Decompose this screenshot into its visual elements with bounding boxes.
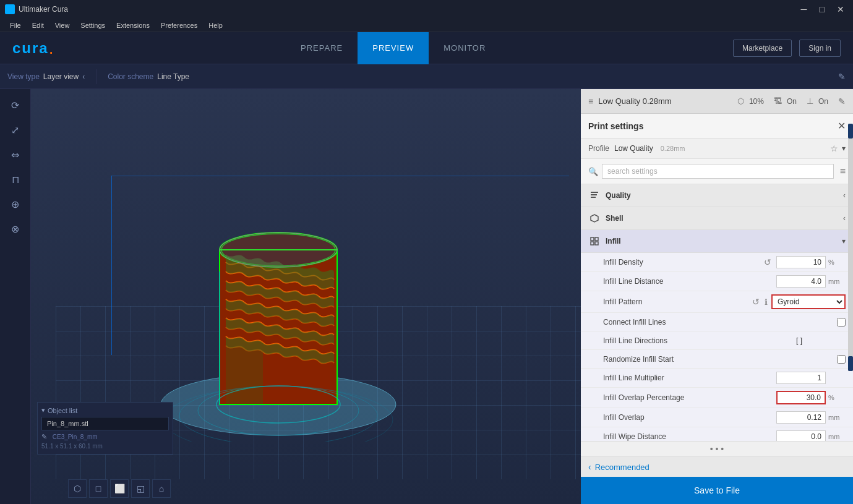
scrollbar-thumb-bottom[interactable] bbox=[848, 356, 853, 371]
infill-overlap-percentage-input[interactable] bbox=[776, 391, 826, 404]
profile-dropdown-button[interactable]: ▾ bbox=[842, 144, 846, 153]
object-filename: Pin_8_mm.stl bbox=[47, 420, 88, 427]
quality-label: Quality bbox=[606, 191, 838, 200]
logo-dot: . bbox=[49, 38, 54, 58]
infill-density-input[interactable] bbox=[776, 256, 826, 268]
category-shell[interactable]: Shell ‹ bbox=[581, 207, 853, 230]
object-list-panel: ▾ Object list Pin_8_mm.stl ✎ CE3_Pin_8_m… bbox=[37, 402, 173, 455]
tool-support[interactable]: ⊓ bbox=[4, 168, 27, 190]
infill-pattern-info-icon[interactable]: ℹ bbox=[765, 297, 768, 307]
infill-density-reset[interactable]: ↺ bbox=[764, 257, 771, 267]
infill-line-distance-input[interactable] bbox=[776, 275, 826, 288]
profile-row-right: ☆ ▾ bbox=[830, 143, 846, 153]
infill-wipe-distance-input[interactable] bbox=[776, 430, 826, 441]
infill-line-distance-label: Infill Line Distance bbox=[598, 277, 776, 286]
menu-view[interactable]: View bbox=[50, 20, 75, 30]
menu-extensions[interactable]: Extensions bbox=[111, 20, 155, 30]
infill-overlap-percentage-row: Infill Overlap Percentage % bbox=[581, 388, 853, 408]
infill-line-multiplier-input[interactable] bbox=[776, 372, 826, 384]
menu-file[interactable]: File bbox=[5, 20, 26, 30]
profile-name: Low Quality 0.28mm bbox=[598, 96, 672, 106]
tune-button[interactable]: ✎ bbox=[838, 96, 846, 106]
viewport-line bbox=[111, 176, 112, 355]
object-list-header[interactable]: ▾ Object list bbox=[41, 406, 169, 414]
infill-pattern-select[interactable]: Grid Lines Triangles Tri-Hexagon Cubic C… bbox=[771, 294, 846, 309]
infill-line-distance-value-container: mm bbox=[776, 275, 846, 288]
infill-pattern-row: Infill Pattern ↺ ℹ Grid Lines Triangles … bbox=[581, 291, 853, 313]
search-icon: 🔍 bbox=[588, 167, 598, 176]
top-navigation: cura. PREPARE PREVIEW MONITOR Marketplac… bbox=[0, 32, 853, 64]
app-logo: cura. bbox=[12, 38, 53, 58]
window-controls: ─ □ ✕ bbox=[797, 3, 848, 15]
restore-button[interactable]: □ bbox=[816, 3, 828, 15]
scrollbar-thumb-top[interactable] bbox=[848, 124, 853, 139]
marketplace-button[interactable]: Marketplace bbox=[733, 40, 792, 57]
search-bar: 🔍 ≡ bbox=[581, 159, 853, 184]
scrollbar-track bbox=[848, 124, 853, 371]
connect-infill-lines-label: Connect Infill Lines bbox=[598, 318, 837, 327]
view-type-arrow[interactable]: ‹ bbox=[82, 72, 85, 81]
close-settings-button[interactable]: ✕ bbox=[838, 120, 846, 132]
tab-prepare[interactable]: PREPARE bbox=[286, 32, 358, 64]
left-sidebar: ⟳ ⤢ ⇔ ⊓ ⊕ ⊗ bbox=[0, 89, 31, 504]
infill-pattern-value-container: ↺ ℹ Grid Lines Triangles Tri-Hexagon Cub… bbox=[752, 294, 846, 309]
close-button[interactable]: ✕ bbox=[833, 3, 848, 15]
more-settings-dots[interactable]: • • • bbox=[581, 441, 853, 456]
tool-mirror[interactable]: ⇔ bbox=[4, 143, 27, 166]
tool-scale[interactable]: ⤢ bbox=[4, 119, 27, 141]
tool-side[interactable]: ⬜ bbox=[110, 479, 129, 498]
infill-density-label: Infill Density bbox=[598, 258, 764, 267]
infill-density-value-container: ↺ % bbox=[764, 256, 846, 268]
tab-preview[interactable]: PREVIEW bbox=[358, 32, 429, 64]
object-list-item[interactable]: Pin_8_mm.stl bbox=[41, 417, 169, 430]
infill-line-distance-row: Infill Line Distance mm bbox=[581, 272, 853, 291]
settings-menu-button[interactable]: ≡ bbox=[840, 166, 846, 177]
menu-preferences[interactable]: Preferences bbox=[156, 20, 202, 30]
tool-rotate[interactable]: ⟳ bbox=[4, 94, 27, 116]
recommended-label[interactable]: Recommended bbox=[595, 463, 649, 472]
support-icon: 🏗 bbox=[774, 96, 782, 106]
tool-home[interactable]: ⌂ bbox=[152, 479, 171, 498]
view-type-value: Layer view bbox=[43, 72, 79, 81]
app-title: Ultimaker Cura bbox=[19, 5, 68, 14]
search-input[interactable] bbox=[602, 164, 834, 179]
tool-seam[interactable]: ⊗ bbox=[4, 218, 27, 240]
profile-row-sub: 0.28mm bbox=[661, 145, 685, 152]
menu-settings[interactable]: Settings bbox=[75, 20, 110, 30]
minimize-button[interactable]: ─ bbox=[797, 3, 811, 15]
shell-collapse-arrow: ‹ bbox=[843, 214, 846, 223]
tool-permodel[interactable]: ⊕ bbox=[4, 193, 27, 215]
infill-wipe-distance-value-container: mm bbox=[776, 430, 846, 441]
profile-row-label: Profile bbox=[588, 144, 609, 153]
signin-button[interactable]: Sign in bbox=[799, 40, 841, 57]
tool-isometric[interactable]: ⬡ bbox=[68, 479, 87, 498]
bottom-toolbar: ⬡ □ ⬜ ◱ ⌂ bbox=[68, 479, 171, 498]
edit-button[interactable]: ✎ bbox=[838, 72, 846, 82]
object-label-row: ✎ CE3_Pin_8_mm bbox=[41, 432, 169, 442]
settings-list[interactable]: Quality ‹ Shell ‹ Infill ▾ I bbox=[581, 184, 853, 441]
save-to-file-button[interactable]: Save to File bbox=[581, 477, 853, 504]
infill-density-unit: % bbox=[828, 258, 846, 266]
main-content: ⟳ ⤢ ⇔ ⊓ ⊕ ⊗ bbox=[0, 89, 853, 504]
svg-rect-13 bbox=[591, 194, 597, 195]
randomize-infill-start-checkbox[interactable] bbox=[837, 355, 846, 364]
infill-percentage: 10% bbox=[749, 97, 764, 106]
secondary-toolbar: View type Layer view ‹ Color scheme Line… bbox=[0, 64, 853, 89]
infill-pattern-label: Infill Pattern bbox=[598, 297, 752, 306]
infill-pattern-reset[interactable]: ↺ bbox=[752, 297, 760, 307]
tab-monitor[interactable]: MONITOR bbox=[429, 32, 500, 64]
menu-help[interactable]: Help bbox=[204, 20, 228, 30]
menu-edit[interactable]: Edit bbox=[27, 20, 49, 30]
tool-front[interactable]: □ bbox=[89, 479, 108, 498]
category-quality[interactable]: Quality ‹ bbox=[581, 184, 853, 207]
tool-top[interactable]: ◱ bbox=[131, 479, 150, 498]
nav-tabs: PREPARE PREVIEW MONITOR bbox=[286, 32, 500, 64]
category-infill[interactable]: Infill ▾ bbox=[581, 230, 853, 253]
connect-infill-lines-checkbox[interactable] bbox=[837, 318, 846, 327]
view-type-label: View type bbox=[7, 72, 40, 81]
favorite-button[interactable]: ☆ bbox=[830, 143, 838, 153]
color-scheme-label: Color scheme bbox=[108, 72, 153, 81]
randomize-infill-start-value-container bbox=[837, 355, 846, 364]
infill-overlap-input[interactable] bbox=[776, 411, 826, 424]
viewport-3d[interactable]: ▾ Object list Pin_8_mm.stl ✎ CE3_Pin_8_m… bbox=[31, 89, 581, 504]
